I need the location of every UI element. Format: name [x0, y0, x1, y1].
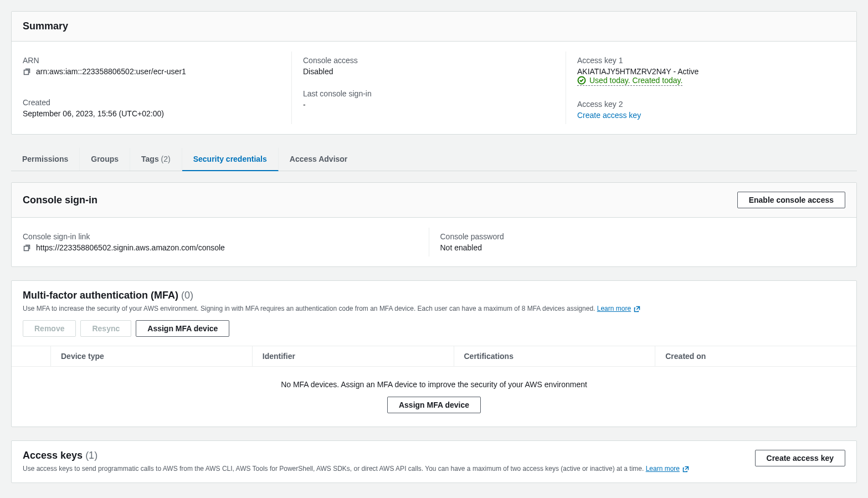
console-access-value: Disabled [303, 67, 571, 76]
mfa-learn-more-text: Learn more [597, 305, 631, 312]
access-key1-label: Access key 1 [577, 56, 845, 65]
enable-console-access-button[interactable]: Enable console access [737, 192, 845, 208]
mfa-empty: No MFA devices. Assign an MFA device to … [12, 367, 856, 427]
summary-body: ARN arn:aws:iam::223358806502:user/ecr-u… [12, 42, 856, 134]
created-label: Created [23, 98, 297, 107]
mfa-empty-msg: No MFA devices. Assign an MFA device to … [25, 380, 843, 389]
tab-tags-label: Tags [141, 155, 159, 163]
assign-mfa-button[interactable]: Assign MFA device [136, 320, 229, 337]
console-access-label: Console access [303, 56, 571, 65]
console-signin-panel: Console sign-in Enable console access Co… [11, 182, 857, 267]
th-certifications[interactable]: Certifications [454, 346, 655, 366]
last-signin-value: - [303, 100, 571, 109]
resync-button: Resync [80, 320, 131, 337]
check-circle-icon [577, 76, 586, 85]
remove-button: Remove [23, 320, 76, 337]
tab-tags[interactable]: Tags (2) [130, 148, 182, 171]
th-created-on[interactable]: Created on [655, 346, 856, 366]
access-keys-learn-more-link[interactable]: Learn more [646, 465, 690, 473]
mfa-count: (0) [181, 290, 193, 301]
tabs: Permissions Groups Tags (2) Security cre… [11, 148, 857, 171]
mfa-desc-text: Use MFA to increase the security of your… [23, 305, 595, 312]
mfa-panel: Multi-factor authentication (MFA) (0) Us… [11, 280, 857, 427]
signin-link-value: https://223358806502.signin.aws.amazon.c… [36, 243, 225, 252]
access-keys-panel: Access keys (1) Use access keys to send … [11, 440, 857, 483]
th-checkbox [12, 346, 50, 366]
tab-security[interactable]: Security credentials [182, 148, 279, 171]
arn-value: arn:aws:iam::223358806502:user/ecr-user1 [36, 67, 186, 76]
access-keys-learn-more-text: Learn more [646, 465, 680, 473]
access-key2-label: Access key 2 [577, 100, 845, 109]
mfa-title-text: Multi-factor authentication (MFA) [23, 290, 178, 301]
console-password-label: Console password [440, 232, 846, 241]
copy-icon[interactable] [23, 67, 32, 76]
create-access-key-link[interactable]: Create access key [577, 111, 641, 120]
mfa-title: Multi-factor authentication (MFA) (0) [23, 290, 845, 301]
access-key1-status-text: Used today. Created today. [589, 76, 682, 85]
console-password-value: Not enabled [440, 243, 846, 252]
access-keys-title-text: Access keys [23, 450, 83, 461]
th-identifier[interactable]: Identifier [252, 346, 454, 366]
access-keys-title: Access keys (1) [23, 450, 689, 461]
signin-link-label: Console sign-in link [23, 232, 434, 241]
access-keys-desc: Use access keys to send programmatic cal… [23, 464, 689, 474]
access-key1-status: Used today. Created today. [577, 76, 682, 86]
tab-permissions[interactable]: Permissions [11, 148, 80, 171]
summary-panel: Summary ARN arn:aws:iam::223358806502:us… [11, 11, 857, 135]
copy-icon[interactable] [23, 243, 32, 252]
external-link-icon [682, 466, 689, 473]
assign-mfa-button-empty[interactable]: Assign MFA device [387, 397, 481, 413]
tab-groups[interactable]: Groups [80, 148, 130, 171]
console-signin-header: Console sign-in Enable console access [12, 183, 856, 218]
create-access-key-button[interactable]: Create access key [755, 450, 845, 466]
mfa-learn-more-link[interactable]: Learn more [597, 305, 641, 312]
console-signin-title: Console sign-in [23, 194, 97, 206]
mfa-desc: Use MFA to increase the security of your… [23, 304, 845, 314]
access-keys-desc-text: Use access keys to send programmatic cal… [23, 465, 644, 473]
access-key1-value: AKIATIAJY5HTMZRV2N4Y - Active [577, 67, 845, 76]
last-signin-label: Last console sign-in [303, 89, 571, 98]
summary-title: Summary [23, 20, 68, 32]
arn-label: ARN [23, 56, 297, 65]
mfa-table-header: Device type Identifier Certifications Cr… [12, 346, 856, 367]
summary-header: Summary [12, 12, 856, 42]
tab-advisor[interactable]: Access Advisor [279, 148, 359, 171]
tab-tags-count: (2) [161, 155, 171, 163]
access-keys-count: (1) [85, 450, 97, 461]
th-device-type[interactable]: Device type [50, 346, 252, 366]
created-value: September 06, 2023, 15:56 (UTC+02:00) [23, 109, 297, 118]
external-link-icon [634, 306, 640, 312]
